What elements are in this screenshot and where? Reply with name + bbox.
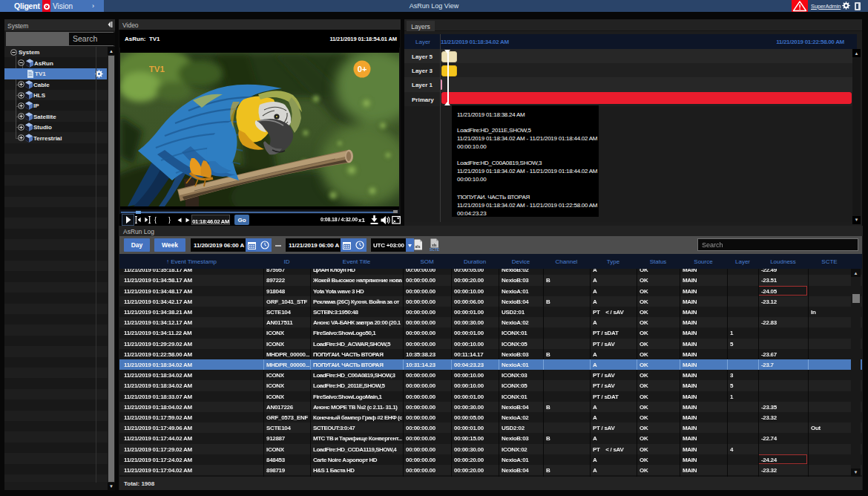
svg-text:xls: xls <box>415 244 421 249</box>
svg-text:TV1: TV1 <box>149 65 165 74</box>
svg-text:SCTE: SCTE <box>430 247 439 252</box>
svg-text:0+: 0+ <box>357 65 366 74</box>
